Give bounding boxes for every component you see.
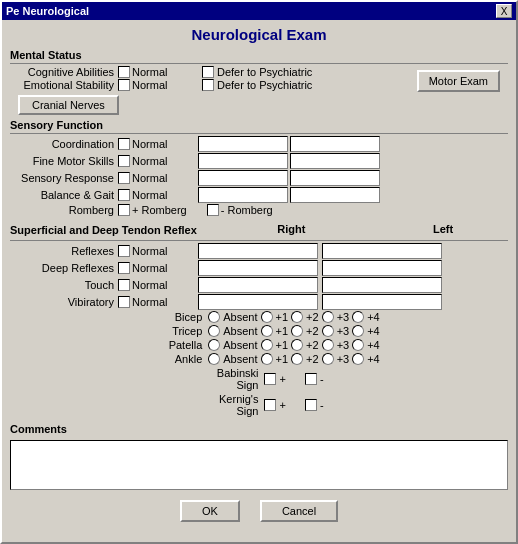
cognitive-checkbox[interactable] (118, 66, 130, 78)
romberg-positive-label: + Romberg (132, 204, 187, 216)
cranial-nerves-button[interactable]: Cranial Nerves (18, 95, 119, 115)
bicep-3-radio[interactable] (322, 311, 334, 323)
deep-reflexes-right-field[interactable] (198, 260, 318, 276)
ankle-3-label: +3 (337, 353, 350, 365)
kernig-negative-label: - (320, 399, 324, 411)
sensory-response-normal-group: Normal (118, 172, 198, 184)
deep-reflexes-left-field[interactable] (322, 260, 442, 276)
balance-gait-field1[interactable] (198, 187, 288, 203)
bicep-4-radio[interactable] (352, 311, 364, 323)
vibiratory-normal-group: Normal (118, 296, 198, 308)
close-button[interactable]: X (496, 4, 512, 18)
bicep-1-radio[interactable] (261, 311, 273, 323)
patella-4-radio[interactable] (352, 339, 364, 351)
coordination-normal-group: Normal (118, 138, 198, 150)
coordination-field1[interactable] (198, 136, 288, 152)
ankle-1-radio[interactable] (261, 353, 273, 365)
romberg-positive-checkbox[interactable] (118, 204, 130, 216)
motor-exam-button[interactable]: Motor Exam (417, 70, 500, 92)
reflexes-checkbox[interactable] (118, 245, 130, 257)
deep-reflexes-label: Deep Reflexes (18, 262, 118, 274)
romberg-positive-group: + Romberg (118, 204, 187, 216)
patella-absent-label: Absent (223, 339, 257, 351)
deep-reflexes-normal-group: Normal (118, 262, 198, 274)
patella-3-radio[interactable] (322, 339, 334, 351)
emotional-defer-checkbox[interactable] (202, 79, 214, 91)
sensory-response-field2[interactable] (290, 170, 380, 186)
touch-checkbox[interactable] (118, 279, 130, 291)
emotional-defer-group: Defer to Psychiatric (202, 79, 312, 91)
comments-textarea[interactable] (10, 440, 508, 490)
balance-gait-field2[interactable] (290, 187, 380, 203)
bicep-2-radio[interactable] (291, 311, 303, 323)
tricep-1-radio[interactable] (261, 325, 273, 337)
kernig-radio-group: + - (264, 399, 323, 411)
babinski-positive-checkbox[interactable] (264, 373, 276, 385)
tricep-3-radio[interactable] (322, 325, 334, 337)
babinski-positive-label: + (279, 373, 285, 385)
tricep-4-radio[interactable] (352, 325, 364, 337)
cancel-button[interactable]: Cancel (260, 500, 338, 522)
reflexes-row: Reflexes Normal (10, 243, 508, 259)
fine-motor-field2[interactable] (290, 153, 380, 169)
patella-radio-group: Absent +1 +2 +3 +4 (208, 339, 379, 351)
babinski-negative-label: - (320, 373, 324, 385)
tricep-absent-radio[interactable] (208, 325, 220, 337)
mental-status-header: Mental Status (10, 49, 508, 61)
ankle-absent-radio[interactable] (208, 353, 220, 365)
main-window: Pe Neurological X Neurological Exam Ment… (0, 0, 518, 544)
patella-label: Patella (138, 339, 208, 351)
cognitive-defer-group: Defer to Psychiatric (202, 66, 312, 78)
touch-left-field[interactable] (322, 277, 442, 293)
bicep-2-label: +2 (306, 311, 319, 323)
kernig-negative-checkbox[interactable] (305, 399, 317, 411)
emotional-normal-text: Normal (132, 79, 167, 91)
ankle-2-radio[interactable] (291, 353, 303, 365)
cognitive-defer-checkbox[interactable] (202, 66, 214, 78)
cognitive-normal-group: Normal (118, 66, 198, 78)
ankle-4-radio[interactable] (352, 353, 364, 365)
romberg-negative-checkbox[interactable] (207, 204, 219, 216)
kernig-positive-checkbox[interactable] (264, 399, 276, 411)
vibiratory-right-field[interactable] (198, 294, 318, 310)
vibiratory-left-field[interactable] (322, 294, 442, 310)
bicep-4-label: +4 (367, 311, 380, 323)
ankle-3-radio[interactable] (322, 353, 334, 365)
tricep-row: Tricep Absent +1 +2 +3 +4 (10, 325, 508, 337)
ankle-1-label: +1 (276, 353, 289, 365)
patella-1-radio[interactable] (261, 339, 273, 351)
romberg-negative-group: - Romberg (207, 204, 273, 216)
tricep-4-label: +4 (367, 325, 380, 337)
ok-button[interactable]: OK (180, 500, 240, 522)
reflexes-label: Reflexes (18, 245, 118, 257)
balance-gait-normal-text: Normal (132, 189, 167, 201)
vibiratory-checkbox[interactable] (118, 296, 130, 308)
sensory-response-checkbox[interactable] (118, 172, 130, 184)
vibiratory-label: Vibiratory (18, 296, 118, 308)
coordination-checkbox[interactable] (118, 138, 130, 150)
patella-absent-radio[interactable] (208, 339, 220, 351)
babinski-radio-group: + - (264, 373, 323, 385)
comments-section: Comments (10, 423, 508, 492)
coordination-field2[interactable] (290, 136, 380, 152)
bicep-1-label: +1 (276, 311, 289, 323)
deep-reflexes-checkbox[interactable] (118, 262, 130, 274)
tricep-2-radio[interactable] (291, 325, 303, 337)
fine-motor-checkbox[interactable] (118, 155, 130, 167)
balance-gait-checkbox[interactable] (118, 189, 130, 201)
reflexes-right-field[interactable] (198, 243, 318, 259)
fine-motor-field1[interactable] (198, 153, 288, 169)
balance-gait-normal-group: Normal (118, 189, 198, 201)
patella-4-label: +4 (367, 339, 380, 351)
patella-2-radio[interactable] (291, 339, 303, 351)
reflexes-left-field[interactable] (322, 243, 442, 259)
babinski-negative-checkbox[interactable] (305, 373, 317, 385)
touch-row: Touch Normal (10, 277, 508, 293)
sensory-response-field1[interactable] (198, 170, 288, 186)
romberg-negative-label: - Romberg (221, 204, 273, 216)
emotional-checkbox[interactable] (118, 79, 130, 91)
romberg-label: Romberg (18, 204, 118, 216)
bicep-absent-radio[interactable] (208, 311, 220, 323)
touch-right-field[interactable] (198, 277, 318, 293)
tricep-1-label: +1 (276, 325, 289, 337)
